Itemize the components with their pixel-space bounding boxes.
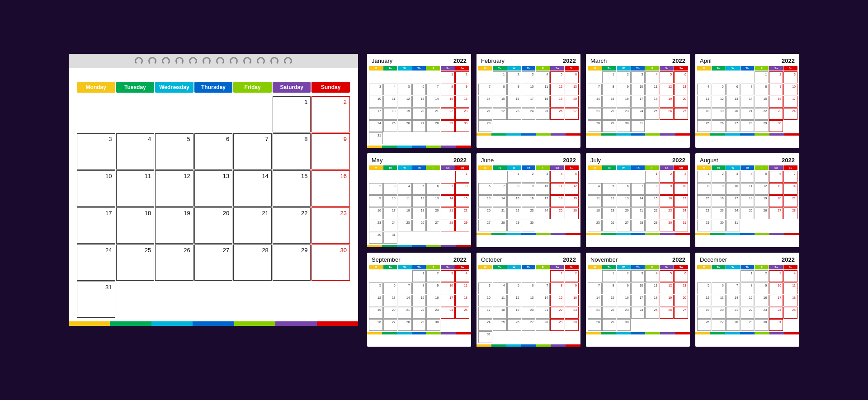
mini-day-num: 15 — [611, 97, 614, 100]
mini-day-cell: 1 — [493, 71, 507, 83]
mini-day-cell: 22 — [507, 207, 521, 219]
mini-day-cell: 27 — [565, 108, 579, 120]
mini-day-cell: 19 — [602, 207, 616, 219]
mini-day-num: 24 — [392, 221, 396, 224]
mini-day-cell: 8 — [602, 282, 616, 294]
mini-color-bar — [586, 233, 690, 235]
mini-day-num: 5 — [423, 184, 425, 188]
mini-day-num: 8 — [656, 184, 657, 188]
mini-color-bar — [367, 332, 471, 334]
mini-day-cell: 20 — [674, 96, 688, 108]
mini-day-num: 23 — [668, 209, 672, 212]
mini-day-cell: 27 — [712, 319, 726, 331]
mini-day-cell: 3 — [726, 171, 740, 183]
mini-day-num: 25 — [406, 221, 410, 224]
mini-day-num: 5 — [408, 85, 410, 88]
mini-calendar-december: December2022MTuWThFSaSu12345678910111213… — [695, 253, 799, 347]
mini-day-cell: 21 — [783, 195, 797, 207]
day-num: 10 — [105, 173, 112, 179]
mini-month-name: July — [590, 157, 601, 164]
mini-day-header: Sa — [550, 265, 564, 269]
mini-header: July2022 — [586, 153, 690, 165]
mini-day-header: M — [588, 165, 602, 170]
day-num: 14 — [262, 173, 268, 179]
mini-day-cell: 6 — [426, 183, 440, 195]
day-num: 20 — [223, 210, 229, 216]
mini-day-cell: 23 — [617, 108, 631, 120]
mini-day-num: 14 — [544, 296, 548, 299]
mini-day-num: 12 — [377, 296, 381, 299]
mini-day-cell: 16 — [522, 195, 536, 207]
mini-day-num: 25 — [654, 308, 657, 311]
mini-day-num: 17 — [640, 97, 643, 100]
mini-day-num: 5 — [670, 73, 672, 76]
mini-day-cell: 22 — [741, 307, 755, 319]
mini-day-num: 14 — [501, 197, 505, 200]
mini-day-cell: 5 — [697, 282, 711, 294]
mini-day-cell: 24 — [631, 307, 645, 319]
mini-day-num: 23 — [763, 308, 767, 311]
mini-day-cell: 2 — [769, 71, 783, 83]
mini-day-num: 11 — [654, 284, 657, 287]
mini-day-num: 2 — [722, 172, 724, 175]
mini-day-header: Sa — [769, 66, 783, 71]
mini-day-num: 11 — [544, 85, 548, 88]
mini-day-cell: 12 — [697, 295, 711, 306]
mini-day-cell-empty — [507, 120, 521, 132]
mini-day-cell-empty — [383, 71, 397, 83]
mini-day-num: 22 — [449, 109, 453, 113]
mini-day-num: 15 — [611, 296, 614, 299]
mini-day-cell-empty — [426, 171, 440, 183]
mini-day-num: 31 — [683, 221, 686, 224]
mini-day-cell: 9 — [369, 195, 383, 207]
mini-day-num: 12 — [668, 85, 672, 88]
mini-color-bar — [695, 332, 799, 334]
mini-day-num: 18 — [654, 296, 657, 299]
mini-day-cell: 30 — [426, 319, 440, 331]
mini-day-num: 8 — [561, 284, 562, 287]
large-day-cell: 21 — [233, 207, 272, 244]
mini-day-num: 7 — [642, 184, 643, 188]
mini-day-cell: 5 — [755, 171, 769, 183]
mini-day-cell: 20 — [565, 96, 579, 108]
mini-day-num: 6 — [575, 73, 577, 76]
mini-day-num: 9 — [532, 184, 534, 188]
mini-day-cell: 11 — [383, 96, 397, 108]
mini-day-cell: 5 — [565, 171, 579, 183]
mini-day-header: F — [426, 66, 440, 71]
mini-color-bar — [476, 344, 580, 347]
mini-day-cell: 9 — [426, 282, 440, 294]
mini-day-num: 1 — [708, 172, 709, 175]
mini-day-cell: 21 — [741, 108, 755, 120]
mini-day-cell: 2 — [617, 71, 631, 83]
spiral-5 — [189, 57, 197, 65]
mini-day-num: 18 — [392, 109, 396, 113]
mini-day-cell: 3 — [522, 71, 536, 83]
mini-day-num: 1 — [751, 272, 753, 275]
mini-day-num: 27 — [435, 221, 439, 224]
mini-day-cell: 6 — [478, 183, 492, 195]
mini-day-header: Sa — [550, 66, 564, 71]
mini-day-cell: 3 — [383, 183, 397, 195]
mini-day-num: 12 — [573, 184, 577, 188]
mini-day-num: 19 — [668, 97, 672, 100]
mini-day-cell: 29 — [441, 120, 455, 132]
mini-day-cell-empty — [398, 132, 412, 144]
large-day-header-sunday: Sunday — [311, 82, 350, 93]
large-day-cell — [155, 96, 193, 132]
mini-day-cell-empty — [631, 319, 645, 331]
mini-day-cell: 1 — [441, 71, 455, 83]
mini-day-num: 5 — [575, 172, 577, 175]
mini-day-num: 24 — [487, 320, 491, 324]
mini-day-num: 29 — [611, 122, 614, 125]
mini-day-num: 23 — [778, 109, 781, 113]
mini-day-cell: 9 — [769, 84, 783, 95]
mini-day-headers: MTuWThFSaSu — [588, 265, 688, 269]
mini-day-cell-empty — [383, 132, 397, 144]
day-num: 8 — [304, 136, 307, 142]
mini-day-num: 29 — [421, 320, 425, 324]
spiral-bar — [69, 54, 358, 68]
mini-day-num: 14 — [792, 184, 796, 188]
mini-day-cell-empty — [398, 71, 412, 83]
mini-day-header: Sa — [441, 165, 455, 170]
